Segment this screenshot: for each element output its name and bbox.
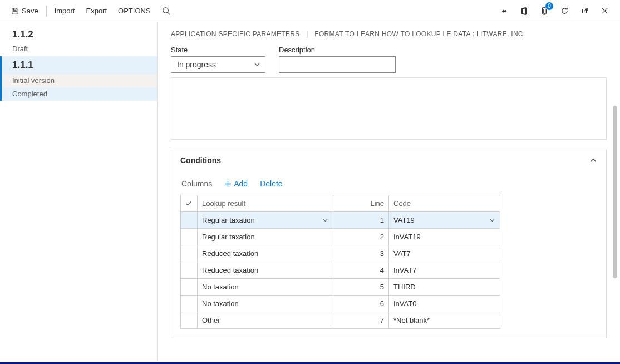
cell-line[interactable]: 2 (333, 229, 389, 245)
plus-icon (224, 180, 232, 188)
grid-toolbar: Columns Add Delete (180, 176, 597, 195)
version-item-1-1-2[interactable]: 1.1.2 Draft (0, 26, 157, 56)
cell-code[interactable]: VAT7 (389, 245, 500, 262)
office-icon (520, 7, 528, 16)
options-button[interactable]: OPTIONS (112, 0, 156, 22)
row-select[interactable] (181, 229, 198, 245)
version-status: Draft (12, 45, 147, 53)
save-icon (11, 7, 19, 15)
save-button[interactable]: Save (6, 0, 44, 22)
search-icon (162, 7, 170, 15)
table-row[interactable]: No taxation5THIRD (181, 279, 500, 296)
attachments-button[interactable]: 0 (534, 0, 554, 22)
conditions-header[interactable]: Conditions (171, 150, 606, 170)
row-select[interactable] (181, 279, 198, 296)
conditions-title: Conditions (180, 156, 221, 165)
popout-button[interactable] (574, 0, 594, 22)
link-icon-button[interactable] (494, 0, 514, 22)
breadcrumb: APPLICATION SPECIFIC PARAMETERS | FORMAT… (171, 30, 607, 38)
scrollbar-thumb[interactable] (613, 106, 617, 278)
cell-code[interactable]: THIRD (389, 279, 500, 296)
breadcrumb-app: APPLICATION SPECIFIC PARAMETERS (171, 30, 300, 38)
cell-lookup-result[interactable]: Regular taxation (198, 229, 333, 245)
state-value: In progress (177, 60, 216, 69)
chevron-down-icon (254, 61, 260, 68)
cell-lookup-result[interactable]: Reduced taxation (198, 262, 333, 279)
refresh-button[interactable] (554, 0, 574, 22)
cell-code[interactable]: *Not blank* (389, 312, 500, 329)
state-dropdown[interactable]: In progress (171, 56, 265, 73)
cell-lookup-result[interactable]: No taxation (198, 296, 333, 312)
search-button[interactable] (156, 0, 176, 22)
connector-icon (500, 7, 508, 15)
popout-icon (580, 7, 588, 15)
col-code[interactable]: Code (389, 195, 500, 212)
version-status-line: Completed (2, 87, 157, 101)
table-row[interactable]: Other7*Not blank* (181, 312, 500, 329)
refresh-icon (560, 7, 569, 15)
version-number: 1.1.1 (12, 60, 147, 71)
cell-line[interactable]: 1 (333, 212, 389, 229)
close-button[interactable] (594, 0, 614, 22)
cell-line[interactable]: 4 (333, 262, 389, 279)
export-button[interactable]: Export (80, 0, 112, 22)
conditions-fasttab: Conditions Columns Add Delete (171, 150, 607, 338)
table-row[interactable]: No taxation6InVAT0 (181, 296, 500, 312)
version-sidebar: 1.1.2 Draft 1.1.1 Initial version Comple… (0, 22, 158, 361)
table-row[interactable]: Reduced taxation4InVAT7 (181, 262, 500, 279)
table-row[interactable]: Regular taxation1VAT19 (181, 212, 500, 229)
description-input[interactable] (279, 56, 396, 73)
office-button[interactable] (514, 0, 534, 22)
col-select[interactable] (181, 195, 198, 212)
delete-button[interactable]: Delete (260, 179, 282, 188)
save-label: Save (22, 7, 38, 15)
content-pane: APPLICATION SPECIFIC PARAMETERS | FORMAT… (158, 22, 620, 361)
cell-code[interactable]: InVAT19 (389, 229, 500, 245)
conditions-grid: Lookup result Line Code Regular taxation… (180, 195, 500, 329)
cell-code[interactable]: InVAT0 (389, 296, 500, 312)
row-select[interactable] (181, 296, 198, 312)
col-line[interactable]: Line (333, 195, 389, 212)
check-icon (185, 200, 192, 207)
description-label: Description (279, 46, 396, 54)
breadcrumb-format: FORMAT TO LEARN HOW TO LOOKUP LE DATA : … (314, 30, 525, 38)
columns-button[interactable]: Columns (181, 179, 212, 188)
cell-line[interactable]: 5 (333, 279, 389, 296)
cell-lookup-result[interactable]: Regular taxation (198, 212, 333, 229)
attachments-count: 0 (545, 2, 553, 10)
table-row[interactable]: Regular taxation2InVAT19 (181, 229, 500, 245)
svg-line-1 (168, 12, 170, 14)
row-select[interactable] (181, 245, 198, 262)
chevron-up-icon (589, 156, 597, 164)
cell-code[interactable]: VAT19 (389, 212, 500, 229)
cell-lookup-result[interactable]: Other (198, 312, 333, 329)
cell-line[interactable]: 7 (333, 312, 389, 329)
cell-line[interactable]: 3 (333, 245, 389, 262)
table-row[interactable]: Reduced taxation3VAT7 (181, 245, 500, 262)
svg-point-0 (163, 8, 168, 13)
close-icon (601, 7, 608, 14)
col-lookup-result[interactable]: Lookup result (198, 195, 333, 212)
cell-code[interactable]: InVAT7 (389, 262, 500, 279)
state-label: State (171, 46, 265, 54)
version-item-details: Initial version Completed (0, 74, 157, 101)
version-number: 1.1.2 (12, 29, 147, 40)
row-select[interactable] (181, 312, 198, 329)
cell-lookup-result[interactable]: No taxation (198, 279, 333, 296)
version-item-1-1-1[interactable]: 1.1.1 (0, 56, 157, 74)
version-desc-line: Initial version (2, 74, 157, 87)
toolbar-divider (46, 6, 47, 17)
add-button[interactable]: Add (224, 179, 248, 188)
scrollbar[interactable] (611, 106, 619, 301)
upper-panel (171, 77, 607, 140)
cell-line[interactable]: 6 (333, 296, 389, 312)
row-select[interactable] (181, 262, 198, 279)
import-button[interactable]: Import (49, 0, 81, 22)
cell-lookup-result[interactable]: Reduced taxation (198, 245, 333, 262)
top-toolbar: Save Import Export OPTIONS 0 (0, 0, 620, 22)
row-select[interactable] (181, 212, 198, 229)
